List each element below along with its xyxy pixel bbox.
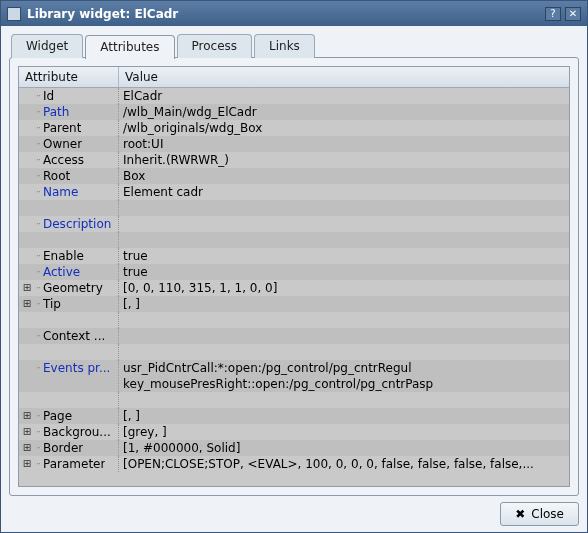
tree-dots: ·· — [33, 456, 43, 472]
attr-name: Geometry — [43, 280, 103, 296]
attr-cell: ··Root — [19, 168, 119, 184]
table-row[interactable]: ⊞··Border[1, #000000, Solid] — [19, 440, 569, 456]
table-row[interactable]: ··Enabletrue — [19, 248, 569, 264]
tree-dots: ·· — [33, 136, 43, 152]
spacer-row — [19, 312, 569, 328]
attr-value[interactable]: [, ] — [119, 296, 569, 312]
attr-value[interactable]: [, ] — [119, 408, 569, 424]
attr-name: Path — [43, 104, 69, 120]
expand-icon[interactable]: ⊞ — [21, 280, 33, 296]
expand-icon[interactable]: ⊞ — [21, 440, 33, 456]
table-row[interactable]: ⊞··Page[, ] — [19, 408, 569, 424]
attr-cell: ··Path — [19, 104, 119, 120]
attr-value[interactable]: [grey, ] — [119, 424, 569, 440]
tree-dots: ·· — [33, 152, 43, 168]
attr-name: Parameter — [43, 456, 105, 472]
window-title: Library widget: ElCadr — [27, 7, 541, 21]
attr-cell: ··Context ... — [19, 328, 119, 344]
tree-dots: ·· — [33, 408, 43, 424]
attr-value[interactable] — [119, 216, 569, 232]
table-row[interactable]: ··RootBox — [19, 168, 569, 184]
attr-name: Access — [43, 152, 84, 168]
attr-value[interactable]: usr_PidCntrCall:*:open:/pg_control/pg_cn… — [119, 360, 569, 392]
close-dialog-button[interactable]: ✖ Close — [500, 502, 579, 526]
table-row[interactable]: ··Description — [19, 216, 569, 232]
dialog-window: Library widget: ElCadr ? ✕ Widget Attrib… — [0, 0, 588, 533]
tab-attributes[interactable]: Attributes — [85, 35, 174, 59]
expand-icon[interactable]: ⊞ — [21, 296, 33, 312]
attr-value[interactable]: Inherit.(RWRWR_) — [119, 152, 569, 168]
attr-value[interactable]: true — [119, 248, 569, 264]
table-row[interactable]: ··Context ... — [19, 328, 569, 344]
expand-icon[interactable]: ⊞ — [21, 424, 33, 440]
col-value[interactable]: Value — [119, 67, 569, 87]
help-button[interactable]: ? — [545, 7, 561, 21]
tab-process[interactable]: Process — [177, 34, 253, 58]
table-header: Attribute Value — [19, 67, 569, 88]
attr-value[interactable] — [119, 328, 569, 344]
col-attribute[interactable]: Attribute — [19, 67, 119, 87]
attr-value[interactable]: [0, 0, 110, 315, 1, 1, 0, 0] — [119, 280, 569, 296]
table-row[interactable]: ⊞··Geometry[0, 0, 110, 315, 1, 1, 0, 0] — [19, 280, 569, 296]
attr-value[interactable]: root:UI — [119, 136, 569, 152]
table-row[interactable]: ··Parent/wlb_originals/wdg_Box — [19, 120, 569, 136]
table-row[interactable]: ⊞··Tip[, ] — [19, 296, 569, 312]
attr-name: Active — [43, 264, 80, 280]
tree-dots: ·· — [33, 248, 43, 264]
attr-value[interactable]: /wlb_Main/wdg_ElCadr — [119, 104, 569, 120]
close-button[interactable]: ✕ — [565, 7, 581, 21]
attr-name: Tip — [43, 296, 61, 312]
attr-value[interactable]: [1, #000000, Solid] — [119, 440, 569, 456]
expand-icon[interactable]: ⊞ — [21, 456, 33, 472]
table-row[interactable]: ··Ownerroot:UI — [19, 136, 569, 152]
expand-icon[interactable]: ⊞ — [21, 408, 33, 424]
tree-dots: ·· — [33, 328, 43, 344]
spacer-row — [19, 200, 569, 216]
tab-panel: Attribute Value ··IdElCadr··Path/wlb_Mai… — [9, 57, 579, 496]
table-row[interactable]: ⊞··Parameter[OPEN;CLOSE;STOP, <EVAL>, 10… — [19, 456, 569, 472]
close-label: Close — [531, 507, 564, 521]
attr-value[interactable]: Element cadr — [119, 184, 569, 200]
dialog-footer: ✖ Close — [9, 496, 579, 526]
attr-cell: ··Name — [19, 184, 119, 200]
close-icon: ✖ — [515, 507, 525, 521]
tree-dots: ·· — [33, 424, 43, 440]
attr-cell: ⊞··Parameter — [19, 456, 119, 472]
attr-name: Owner — [43, 136, 82, 152]
attr-value[interactable]: true — [119, 264, 569, 280]
titlebar[interactable]: Library widget: ElCadr ? ✕ — [1, 1, 587, 26]
table-row[interactable]: ··AccessInherit.(RWRWR_) — [19, 152, 569, 168]
table-row[interactable]: ··Path/wlb_Main/wdg_ElCadr — [19, 104, 569, 120]
attributes-table[interactable]: Attribute Value ··IdElCadr··Path/wlb_Mai… — [18, 66, 570, 487]
attr-cell: ··Events pr... — [19, 360, 119, 392]
tree-dots: ·· — [33, 440, 43, 456]
attr-name: Page — [43, 408, 72, 424]
table-row[interactable]: ··Activetrue — [19, 264, 569, 280]
table-row[interactable]: ··Events pr...usr_PidCntrCall:*:open:/pg… — [19, 360, 569, 392]
attr-value[interactable]: Box — [119, 168, 569, 184]
attr-value[interactable]: ElCadr — [119, 88, 569, 104]
spacer-row — [19, 344, 569, 360]
table-row[interactable]: ··IdElCadr — [19, 88, 569, 104]
attr-name: Description — [43, 216, 111, 232]
attr-cell: ⊞··Geometry — [19, 280, 119, 296]
spacer-row — [19, 232, 569, 248]
attr-name: Context ... — [43, 328, 105, 344]
table-row[interactable]: ⊞··Backgrou...[grey, ] — [19, 424, 569, 440]
tree-dots: ·· — [33, 360, 43, 376]
table-body: ··IdElCadr··Path/wlb_Main/wdg_ElCadr··Pa… — [19, 88, 569, 486]
attr-name: Enable — [43, 248, 84, 264]
attr-value[interactable]: [OPEN;CLOSE;STOP, <EVAL>, 100, 0, 0, 0, … — [119, 456, 569, 472]
attr-name: Root — [43, 168, 70, 184]
tree-dots: ·· — [33, 296, 43, 312]
attr-cell: ⊞··Page — [19, 408, 119, 424]
table-row[interactable]: ··NameElement cadr — [19, 184, 569, 200]
tab-widget[interactable]: Widget — [11, 34, 83, 58]
attr-name: Name — [43, 184, 78, 200]
spacer-row — [19, 392, 569, 408]
attr-name: Id — [43, 88, 54, 104]
tab-links[interactable]: Links — [254, 34, 315, 58]
attr-name: Backgrou... — [43, 424, 111, 440]
attr-cell: ··Owner — [19, 136, 119, 152]
attr-value[interactable]: /wlb_originals/wdg_Box — [119, 120, 569, 136]
